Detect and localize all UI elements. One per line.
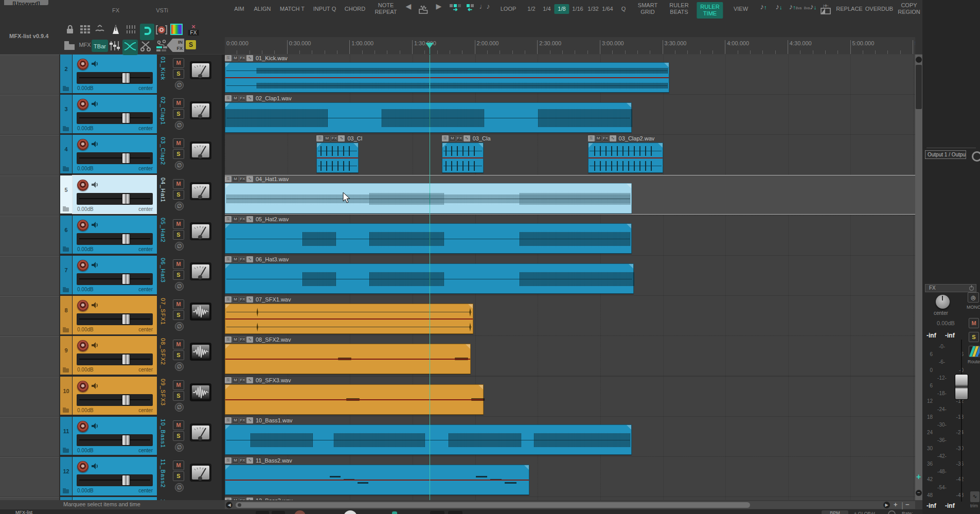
mute-button[interactable]: M <box>173 98 184 108</box>
speaker-icon[interactable] <box>91 140 99 150</box>
phase-button[interactable]: ∅ <box>175 282 184 291</box>
bpm-box[interactable]: BPM <box>822 510 848 514</box>
next-arrow-icon[interactable]: ▶ <box>436 3 442 10</box>
crossfade-icon[interactable] <box>122 40 138 55</box>
toolbar2-button-s[interactable]: S <box>186 40 196 49</box>
speaker-icon[interactable] <box>91 261 99 271</box>
volume-fader-handle[interactable] <box>122 395 130 405</box>
media-item-header[interactable]: ⚿MFX∿09_SFX3.wav <box>225 377 291 384</box>
track-panel[interactable]: 0.00dBcenter <box>73 216 157 254</box>
note-octave-up-icon[interactable]: ♪↑8va <box>789 3 801 11</box>
folder-icon[interactable] <box>63 40 76 53</box>
track-number-strip[interactable]: 2 <box>60 55 72 93</box>
volume-fader[interactable] <box>77 353 153 365</box>
volume-fader[interactable] <box>77 72 153 84</box>
volume-fader-handle[interactable] <box>122 153 130 164</box>
magnet-icon[interactable] <box>140 24 154 40</box>
toolbar-button-q[interactable]: Q <box>621 6 626 12</box>
item-envelope-icon[interactable]: ∿ <box>464 135 470 141</box>
phase-button[interactable]: ∅ <box>175 322 184 331</box>
track-panel[interactable]: 0.00dBcenter <box>73 457 157 495</box>
media-item[interactable] <box>225 465 529 495</box>
nudge-left-icon[interactable]: ➜ <box>449 3 461 11</box>
transport-teal-button[interactable] <box>392 511 397 514</box>
item-fx-icon[interactable]: FX <box>239 95 246 101</box>
track-number-strip[interactable]: 6 <box>60 216 72 254</box>
item-envelope-icon[interactable]: ∿ <box>610 135 616 141</box>
item-mute-icon[interactable]: M <box>232 296 239 303</box>
vertical-scrollbar-thumb[interactable] <box>916 65 922 109</box>
item-envelope-icon[interactable]: ∿ <box>246 216 253 222</box>
solo-button[interactable]: S <box>173 310 184 320</box>
media-item-header[interactable]: ⚿MFX∿10_Bass1.wav <box>225 417 293 424</box>
mixer-icon[interactable] <box>109 40 121 54</box>
item-envelope-icon[interactable]: ∿ <box>246 336 253 343</box>
item-mute-icon[interactable]: M <box>232 176 239 182</box>
nudge-item-icon[interactable]: |✛: <box>819 3 832 17</box>
solo-button[interactable]: S <box>173 190 184 200</box>
item-lock-icon[interactable]: ⚿ <box>225 377 231 383</box>
toolbar-button-match-t[interactable]: MATCH T <box>280 6 305 12</box>
volume-fader[interactable] <box>77 474 153 486</box>
item-lock-icon[interactable]: ⚿ <box>225 176 231 182</box>
scroll-right-button[interactable]: ▶ <box>883 502 890 508</box>
item-fx-icon[interactable]: FX <box>239 296 246 303</box>
toolbar-button-overdub[interactable]: OVERDUB <box>865 6 893 12</box>
item-envelope-icon[interactable]: ∿ <box>246 377 253 383</box>
transport-button[interactable] <box>272 511 285 514</box>
master-solo-button[interactable]: S <box>969 332 979 342</box>
speaker-icon[interactable] <box>91 342 99 351</box>
record-mode-icon[interactable] <box>155 24 168 38</box>
master-fader-handle[interactable] <box>955 374 968 400</box>
record-arm-button[interactable] <box>77 340 88 351</box>
item-lock-icon[interactable]: ⚿ <box>225 417 231 423</box>
track-panel[interactable]: 0.00dBcenter <box>73 377 157 415</box>
timeline-ruler[interactable]: 0:00.0000:30.0001:00.0001:30.0002:00.000… <box>225 37 915 54</box>
horizontal-scrollbar[interactable]: ◀ ▶ + | − <box>225 501 915 509</box>
transport-button[interactable] <box>430 511 444 514</box>
item-mute-icon[interactable]: M <box>232 377 239 383</box>
speaker-icon[interactable] <box>91 463 99 472</box>
record-button[interactable] <box>294 510 306 514</box>
play-button[interactable] <box>344 510 357 514</box>
record-arm-button[interactable] <box>77 260 88 271</box>
rate-knob[interactable] <box>888 510 896 514</box>
item-fx-icon[interactable]: FX <box>239 377 246 383</box>
note-down-icon[interactable]: ♪↓ <box>776 3 782 11</box>
track-folder-icon[interactable] <box>63 288 69 292</box>
record-arm-button[interactable] <box>77 381 88 392</box>
track-folder-icon[interactable] <box>63 489 69 493</box>
toolbar-button-loop[interactable]: LOOP <box>501 6 516 12</box>
speaker-icon[interactable] <box>91 382 99 392</box>
volume-fader[interactable] <box>77 193 153 205</box>
track-panel[interactable]: 0.00dBcenter <box>73 417 157 455</box>
mute-button[interactable]: M <box>173 58 184 68</box>
item-lock-icon[interactable]: ⚿ <box>225 95 231 101</box>
record-arm-button[interactable] <box>77 421 88 432</box>
speaker-icon[interactable] <box>91 60 99 69</box>
speaker-icon[interactable] <box>91 181 99 190</box>
toolbar-button-align[interactable]: ALIGN <box>254 6 271 12</box>
item-lock-icon[interactable]: ⚿ <box>316 135 323 141</box>
toolbar-button-chord[interactable]: CHORD <box>345 6 365 12</box>
item-fx-icon[interactable]: FX <box>331 135 337 141</box>
solo-button[interactable]: S <box>173 230 184 240</box>
toolbar-button-aim[interactable]: AIM <box>234 6 244 12</box>
item-envelope-icon[interactable]: ∿ <box>246 95 253 101</box>
solo-button[interactable]: S <box>173 109 184 119</box>
item-envelope-icon[interactable]: ∿ <box>246 457 253 464</box>
master-fx-bar[interactable]: FX <box>925 284 976 292</box>
fx-bypass-icon[interactable]: ×FX <box>188 24 199 36</box>
phase-button[interactable]: ∅ <box>175 403 184 412</box>
item-mute-icon[interactable]: M <box>595 135 602 141</box>
toolbar-button-copy-region[interactable]: COPY REGION <box>898 2 920 15</box>
item-mute-icon[interactable]: M <box>232 336 239 343</box>
item-envelope-icon[interactable]: ∿ <box>246 55 253 61</box>
mute-button[interactable]: M <box>173 219 184 229</box>
record-arm-button[interactable] <box>77 99 88 110</box>
media-item[interactable] <box>225 223 632 254</box>
media-item-header[interactable]: ⚿MFX∿07_SFX1.wav <box>225 296 291 304</box>
media-item-header[interactable]: ⚿MFX∿04_Hat1.wav <box>225 176 289 183</box>
volume-fader-handle[interactable] <box>122 234 130 244</box>
item-mute-icon[interactable]: M <box>232 55 239 61</box>
